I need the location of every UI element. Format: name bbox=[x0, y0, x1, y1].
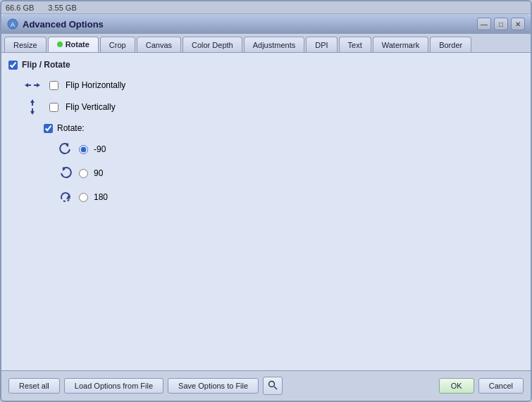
tab-border-label: Border bbox=[439, 41, 462, 49]
svg-line-14 bbox=[274, 387, 277, 389]
tab-colordepth-label: Color Depth bbox=[192, 41, 233, 49]
svg-marker-5 bbox=[37, 83, 40, 87]
svg-marker-9 bbox=[30, 111, 35, 115]
rotate-pos90-radio[interactable] bbox=[79, 169, 88, 178]
rotate-180-label: 180 bbox=[94, 192, 108, 202]
load-options-button[interactable]: Load Options from File bbox=[64, 378, 163, 394]
search-icon bbox=[268, 380, 278, 390]
section-header: Flip / Rotate bbox=[8, 60, 524, 70]
bottom-bar: Reset all Load Options from File Save Op… bbox=[1, 370, 531, 401]
tab-canvas-label: Canvas bbox=[146, 41, 172, 49]
rotate-pos90-row: 90 bbox=[30, 165, 524, 181]
content-area: Flip / Rotate Flip Horizontally bbox=[1, 53, 531, 370]
flip-v-icon bbox=[23, 99, 42, 115]
top-bar: 66.6 GB 3.55 GB bbox=[1, 1, 531, 14]
tab-resize-label: Resize bbox=[13, 41, 37, 49]
flip-rotate-label: Flip / Rotate bbox=[22, 60, 70, 70]
window-controls: — □ ✕ bbox=[477, 18, 525, 30]
tab-colordepth[interactable]: Color Depth bbox=[183, 37, 242, 52]
flip-v-label: Flip Vertically bbox=[66, 102, 116, 112]
tab-dpi[interactable]: DPI bbox=[306, 37, 337, 52]
svg-marker-3 bbox=[25, 83, 28, 87]
rotate-pos90-icon bbox=[58, 165, 73, 181]
search-file-button[interactable] bbox=[263, 377, 283, 395]
svg-marker-7 bbox=[30, 99, 35, 103]
window-title: Advanced Options bbox=[23, 19, 477, 30]
rotate-neg90-row: -90 bbox=[30, 142, 524, 157]
reset-all-button[interactable]: Reset all bbox=[8, 378, 60, 394]
maximize-button[interactable]: □ bbox=[494, 18, 508, 30]
svg-point-13 bbox=[269, 382, 275, 387]
rotate-neg90-radio[interactable] bbox=[79, 145, 88, 154]
tab-canvas[interactable]: Canvas bbox=[137, 37, 181, 52]
rotate-checkbox[interactable] bbox=[44, 124, 53, 133]
rotate-neg90-icon bbox=[58, 142, 73, 157]
tab-text[interactable]: Text bbox=[339, 37, 371, 52]
close-button[interactable]: ✕ bbox=[511, 18, 525, 30]
tab-rotate-dot bbox=[57, 42, 63, 47]
main-window: 66.6 GB 3.55 GB A Advanced Options — □ ✕… bbox=[0, 0, 532, 402]
flip-rotate-checkbox[interactable] bbox=[8, 61, 18, 70]
flip-h-checkbox[interactable] bbox=[49, 81, 58, 90]
ok-button[interactable]: OK bbox=[439, 378, 474, 394]
flip-v-checkbox[interactable] bbox=[49, 103, 58, 112]
rotate-options: -90 90 bbox=[30, 142, 524, 205]
rotate-label: Rotate: bbox=[57, 123, 85, 133]
tab-border[interactable]: Border bbox=[430, 37, 471, 52]
disk1-info: 66.6 GB bbox=[6, 4, 34, 12]
flip-h-row: Flip Horizontally bbox=[8, 80, 524, 91]
tab-resize[interactable]: Resize bbox=[4, 37, 47, 52]
rotate-180-radio[interactable] bbox=[79, 193, 88, 202]
tab-crop[interactable]: Crop bbox=[100, 37, 135, 52]
tab-bar: Resize Rotate Crop Canvas Color Depth Ad… bbox=[1, 34, 531, 53]
app-icon: A bbox=[7, 18, 18, 30]
flip-h-icon bbox=[23, 80, 42, 91]
save-options-button[interactable]: Save Options to File bbox=[168, 378, 259, 394]
tab-rotate-label: Rotate bbox=[66, 40, 89, 49]
rotate-180-icon bbox=[58, 189, 73, 205]
tab-dpi-label: DPI bbox=[315, 41, 328, 49]
flip-h-label: Flip Horizontally bbox=[66, 80, 125, 90]
minimize-button[interactable]: — bbox=[477, 18, 491, 30]
rotate-row: Rotate: bbox=[8, 123, 524, 133]
tab-adjustments-label: Adjustments bbox=[253, 41, 296, 49]
rotate-neg90-label: -90 bbox=[94, 144, 106, 154]
cancel-button[interactable]: Cancel bbox=[478, 378, 524, 394]
tab-crop-label: Crop bbox=[109, 41, 126, 49]
tab-rotate[interactable]: Rotate bbox=[48, 37, 99, 52]
flip-v-row: Flip Vertically bbox=[8, 99, 524, 115]
tab-watermark[interactable]: Watermark bbox=[373, 37, 428, 52]
tab-text-label: Text bbox=[348, 41, 362, 49]
tab-watermark-label: Watermark bbox=[382, 41, 419, 49]
disk2-info: 3.55 GB bbox=[48, 4, 76, 12]
rotate-pos90-label: 90 bbox=[94, 168, 103, 178]
tab-adjustments[interactable]: Adjustments bbox=[244, 37, 305, 52]
title-bar: A Advanced Options — □ ✕ bbox=[1, 14, 531, 34]
rotate-180-row: 180 bbox=[30, 189, 524, 205]
svg-text:A: A bbox=[11, 21, 15, 28]
